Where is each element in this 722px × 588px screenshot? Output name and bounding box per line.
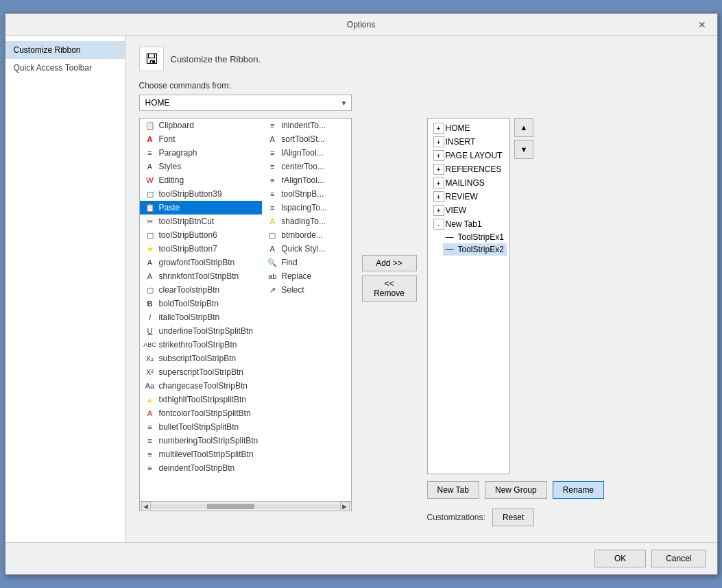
tree-item-home[interactable]: + HOME — [431, 121, 507, 135]
scroll-left-btn[interactable]: ◀ — [141, 502, 151, 511]
panels-row: 📋Clipboard AFont ≡Paragraph AStyles WEdi… — [139, 118, 703, 531]
commands-dropdown[interactable]: HOME INSERT PAGE LAYOUT REFERENCES MAILI… — [139, 95, 352, 111]
list-item[interactable]: IitalicToolStripBtn — [140, 310, 263, 324]
list-item[interactable]: ≡Paragraph — [140, 146, 263, 160]
left-commands-list[interactable]: 📋Clipboard AFont ≡Paragraph AStyles WEdi… — [139, 118, 352, 502]
tree-item-review[interactable]: + REVIEW — [431, 190, 507, 204]
list-item[interactable]: ▲txthighltToolStripsplitBtn — [140, 393, 263, 406]
item-label: Font — [159, 134, 176, 144]
list-item[interactable]: BboldToolStripBtn — [140, 297, 263, 310]
expand-insert-icon[interactable]: + — [433, 136, 444, 147]
list-item[interactable]: ≡centerToo... — [262, 160, 350, 173]
list-item[interactable]: AStyles — [140, 160, 263, 173]
expand-newtab-icon[interactable]: - — [433, 219, 444, 230]
new-tab-button[interactable]: New Tab — [427, 481, 479, 499]
list-item[interactable]: ▢btmborde... — [262, 228, 350, 242]
list-item[interactable]: AFont — [140, 132, 263, 146]
horizontal-scrollbar[interactable]: ◀ ▶ — [139, 502, 352, 511]
list-item[interactable]: ≡lAlignTool... — [262, 146, 350, 160]
list-item[interactable]: ▢toolStripButton6 — [140, 228, 263, 242]
list-item[interactable]: ABCstrikethroToolStripBtn — [140, 338, 263, 352]
list-item[interactable]: AgrowfontToolStripBtn — [140, 256, 263, 269]
list-item[interactable]: abReplace — [262, 269, 350, 283]
ok-button[interactable]: OK — [594, 550, 646, 567]
list-item[interactable]: ≡bulletToolStripSplitBtn — [140, 420, 263, 434]
list-item[interactable]: ≡rAlignTool... — [262, 173, 350, 187]
cut-icon: ✂ — [144, 216, 156, 227]
list-item[interactable]: ✂toolStripBtnCut — [140, 215, 263, 228]
expand-pagelayout-icon[interactable]: + — [433, 150, 444, 161]
expand-review-icon[interactable]: + — [433, 191, 444, 202]
reset-button[interactable]: Reset — [492, 509, 534, 526]
list-item-paste[interactable]: 📋Paste — [140, 201, 263, 215]
close-button[interactable]: ✕ — [695, 19, 709, 30]
list-item[interactable]: ▢clearToolstripBtn — [140, 283, 263, 297]
new-group-button[interactable]: New Group — [485, 481, 547, 499]
item-label: shadingTo... — [281, 217, 326, 226]
tree-item-toolstripex2[interactable]: — ToolStripEx2 — [443, 243, 507, 256]
tree-label: HOME — [446, 123, 470, 133]
ribbon-tree[interactable]: + HOME + INSERT + PAGE LAYOUT — [427, 118, 510, 474]
tree-item-pagelayout[interactable]: + PAGE LAYOUT — [431, 149, 507, 162]
tree-item-view[interactable]: + VIEW — [431, 204, 507, 217]
sidebar-item-customize-ribbon[interactable]: Customize Ribbon — [5, 41, 125, 59]
list-item[interactable]: ≡numberingToolStripSplitBtn — [140, 434, 263, 448]
sidebar: Customize Ribbon Quick Access Toolbar — [5, 36, 125, 542]
add-button[interactable]: Add >> — [362, 255, 417, 271]
tree-label: VIEW — [446, 206, 467, 215]
list-item[interactable]: AsortToolSt... — [262, 132, 350, 146]
bold-icon: B — [144, 298, 156, 309]
item-label: Clipboard — [159, 121, 194, 130]
sidebar-label-quick: Quick Access Toolbar — [14, 63, 93, 73]
list-item[interactable]: AQuick Styl... — [262, 242, 350, 256]
bottom-action-buttons: New Tab New Group Rename — [427, 481, 703, 499]
sidebar-item-quick-access[interactable]: Quick Access Toolbar — [5, 59, 125, 77]
scroll-track — [151, 504, 340, 509]
tree-item-toolstripex1[interactable]: — ToolStripEx1 — [443, 231, 507, 243]
list-item[interactable]: X₂subscriptToolStripBtn — [140, 352, 263, 365]
list-item[interactable]: 🔍Find — [262, 256, 350, 269]
section-header: 🖫 Customize the Ribbon. — [139, 47, 703, 71]
right-col: ≡inindentTo... AsortToolSt... ≡lAlignToo… — [262, 119, 350, 475]
list-item[interactable]: UunderlineToolStripSplitBtn — [140, 324, 263, 338]
expand-mailings-icon[interactable]: + — [433, 177, 444, 188]
tree-item-insert[interactable]: + INSERT — [431, 135, 507, 149]
list-item[interactable]: ↗Select — [262, 283, 350, 297]
list-item[interactable]: ≡deindentToolStripBtn — [140, 461, 263, 475]
expand-references-icon[interactable]: + — [433, 164, 444, 175]
list-item[interactable]: 📋Clipboard — [140, 119, 263, 132]
item-label: clearToolstripBtn — [159, 285, 220, 295]
fontcolor-icon: A — [144, 408, 156, 419]
right-panel-row: + HOME + INSERT + PAGE LAYOUT — [427, 118, 703, 474]
list-item[interactable]: ≡inindentTo... — [262, 119, 350, 132]
ribbon-icon: 🖫 — [145, 51, 158, 67]
expand-home-icon[interactable]: + — [433, 123, 444, 134]
rename-button[interactable]: Rename — [553, 481, 604, 499]
list-item[interactable]: X²superscriptToolStripBtn — [140, 365, 263, 379]
item-label: italicToolStripBtn — [159, 313, 220, 322]
list-item[interactable]: AachangecaseToolStripBtn — [140, 379, 263, 393]
list-item[interactable]: AshadingTo... — [262, 215, 350, 228]
move-up-button[interactable]: ▲ — [514, 118, 533, 137]
tree-item-mailings[interactable]: + MAILINGS — [431, 176, 507, 190]
cancel-button[interactable]: Cancel — [651, 550, 706, 567]
list-item[interactable]: WEditing — [140, 173, 263, 187]
tree-item-references[interactable]: + REFERENCES — [431, 162, 507, 176]
list-item[interactable]: ▢toolStripButton39 — [140, 187, 263, 201]
list-item[interactable]: ★toolStripButton7 — [140, 242, 263, 256]
list-item[interactable]: AfontcolorToolStripSplitBtn — [140, 406, 263, 420]
scroll-right-btn[interactable]: ▶ — [340, 502, 350, 511]
tree-item-newtab1[interactable]: - New Tab1 — [431, 217, 507, 231]
item-label: numberingToolStripSplitBtn — [159, 436, 258, 445]
expand-view-icon[interactable]: + — [433, 205, 444, 216]
btmborder-icon: ▢ — [266, 230, 278, 241]
move-down-button[interactable]: ▼ — [514, 140, 533, 159]
item-label: multilevelToolStripSplitBtn — [159, 450, 254, 459]
remove-button[interactable]: << Remove — [362, 275, 417, 302]
list-item[interactable]: ≡multilevelToolStripSplitBtn — [140, 448, 263, 461]
list-item[interactable]: AshrinkfontToolStripBtn — [140, 269, 263, 283]
customizations-row: Customizations: Reset — [427, 509, 703, 526]
list-item[interactable]: ≡toolStripB... — [262, 187, 350, 201]
list-item[interactable]: ≡lspacingTo... — [262, 201, 350, 215]
item-label: boldToolStripBtn — [159, 299, 219, 308]
